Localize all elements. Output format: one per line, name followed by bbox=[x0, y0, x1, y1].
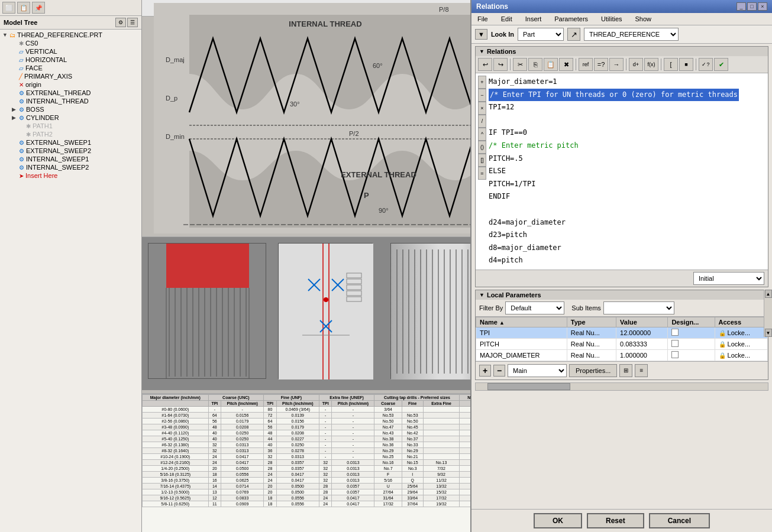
paste-btn[interactable]: 📋 bbox=[544, 58, 558, 71]
tree-item-path2[interactable]: ✱ PATH2 bbox=[0, 130, 141, 138]
matrix-btn[interactable]: ■ bbox=[679, 58, 693, 71]
delete-btn[interactable]: ✖ bbox=[559, 58, 573, 71]
col-value[interactable]: Value bbox=[616, 317, 668, 327]
tree-item-cs0[interactable]: ✱ CS0 bbox=[0, 39, 141, 47]
tree-label-path1: PATH1 bbox=[33, 122, 53, 129]
tree-item-ext-thread[interactable]: ⚙ EXTRENAL_THREAD bbox=[0, 89, 141, 97]
cancel-btn[interactable]: Cancel bbox=[649, 513, 710, 528]
tree-item-int-sweep1[interactable]: ⚙ INTERNAL_SWEEP1 bbox=[0, 155, 141, 163]
col-type[interactable]: Type bbox=[567, 317, 616, 327]
func-btn[interactable]: f(x) bbox=[644, 58, 658, 71]
ed-text-15: d4=pitch bbox=[489, 254, 523, 267]
tree-item-int-thread[interactable]: ⚙ INTERNAL_THREAD bbox=[0, 97, 141, 105]
design-check-major[interactable] bbox=[671, 351, 679, 358]
arrow-btn[interactable]: → bbox=[609, 58, 624, 71]
equals-btn[interactable]: =? bbox=[594, 58, 608, 71]
look-in-select[interactable]: Part Assembly Feature bbox=[518, 28, 564, 41]
menu-insert[interactable]: Insert bbox=[522, 14, 545, 24]
list-btn[interactable]: ≡ bbox=[635, 364, 648, 377]
add-param-btn[interactable]: + bbox=[479, 365, 491, 377]
menu-parameters[interactable]: Parameters bbox=[551, 14, 592, 24]
pointer-btn[interactable]: ↗ bbox=[567, 28, 580, 41]
col-design[interactable]: Design... bbox=[668, 317, 715, 327]
toolbar-icon-1[interactable]: ⬜ bbox=[2, 2, 15, 14]
tree-item-boss[interactable]: ▶ ⚙ BOSS bbox=[0, 105, 141, 113]
tree-item-insert-here[interactable]: ➤ Insert Here bbox=[0, 171, 141, 180]
part-name-select[interactable]: THREAD_REFERENCE bbox=[584, 28, 679, 41]
ctrl-eq[interactable]: = bbox=[478, 167, 486, 180]
col-access[interactable]: Access bbox=[715, 317, 768, 327]
editor-area: + − × / ^ () [] = Major_diameter=1 /* En… bbox=[478, 76, 765, 267]
angle-90-label: 90° bbox=[379, 207, 389, 214]
tree-item-vertical[interactable]: ▱ VERTICAL bbox=[0, 47, 141, 56]
cut-btn[interactable]: ✂ bbox=[513, 58, 527, 71]
undo-btn[interactable]: ↩ bbox=[478, 58, 492, 71]
ctrl-brackets[interactable]: [] bbox=[478, 154, 486, 167]
param-design-major bbox=[668, 349, 715, 361]
tree-item-int-sweep2[interactable]: ⚙ INTERNAL_SWEEP2 bbox=[0, 163, 141, 171]
copy-btn[interactable]: ⎘ bbox=[528, 58, 542, 71]
toolbar-icon-2[interactable]: 📋 bbox=[17, 2, 30, 14]
maximize-btn[interactable]: □ bbox=[747, 2, 757, 11]
ok-btn[interactable]: OK bbox=[534, 513, 582, 528]
ok2-btn[interactable]: ✔ bbox=[714, 58, 728, 71]
section-arrow: ▼ bbox=[479, 48, 484, 54]
menu-show[interactable]: Show bbox=[632, 14, 655, 24]
local-params-header[interactable]: ▼ Local Parameters bbox=[476, 290, 768, 300]
remove-param-btn[interactable]: − bbox=[493, 365, 505, 377]
external-thread-label: EXTERNAL THREAD bbox=[341, 170, 416, 179]
initial-select[interactable]: Initial After Regen Before Regen bbox=[693, 272, 764, 285]
menu-file[interactable]: File bbox=[474, 14, 492, 24]
close-btn[interactable]: × bbox=[758, 2, 767, 11]
tree-settings-btn[interactable]: ⚙ bbox=[115, 18, 126, 27]
design-check-pitch[interactable] bbox=[671, 340, 679, 347]
menu-utilities[interactable]: Utilities bbox=[597, 14, 625, 24]
tree-item-face[interactable]: ▱ FACE bbox=[0, 64, 141, 72]
menu-edit[interactable]: Edit bbox=[498, 14, 516, 24]
properties-btn[interactable]: Properties... bbox=[569, 364, 617, 377]
redo-btn[interactable]: ↪ bbox=[493, 58, 508, 71]
param-row-major-dia[interactable]: MAJOR_DIAMETER Real Nu... 1.000000 🔒 Loc… bbox=[476, 349, 768, 361]
tree-item-path1[interactable]: ✱ PATH1 bbox=[0, 122, 141, 130]
plus-btn[interactable]: d+ bbox=[629, 58, 643, 71]
tree-item-ext-sweep2[interactable]: ⚙ EXTERNAL_SWEEP2 bbox=[0, 147, 141, 155]
angle-30-label: 30° bbox=[290, 100, 300, 108]
ctrl-parens[interactable]: () bbox=[478, 141, 486, 154]
minimize-btn[interactable]: _ bbox=[737, 2, 746, 11]
param-row-pitch[interactable]: PITCH Real Nu... 0.083333 🔒 Locke... bbox=[476, 338, 768, 349]
tree-item-origin[interactable]: ✕ origin bbox=[0, 80, 141, 89]
model-tree-title: Model Tree bbox=[4, 19, 37, 26]
tree-item-ext-sweep1[interactable]: ⚙ EXTERNAL_SWEEP1 bbox=[0, 138, 141, 147]
toolbar-icon-3[interactable]: 📌 bbox=[32, 2, 45, 14]
grid-btn[interactable]: ⊞ bbox=[619, 364, 632, 377]
ctrl-x[interactable]: × bbox=[478, 102, 486, 115]
tree-item-primary-axis[interactable]: ╱ PRIMARY_AXIS bbox=[0, 72, 141, 80]
ctrl-div[interactable]: / bbox=[478, 115, 486, 128]
sub-items-select[interactable] bbox=[603, 301, 674, 314]
relations-section-header[interactable]: ▼ Relations bbox=[476, 47, 768, 56]
col-name[interactable]: Name ▲ bbox=[476, 317, 567, 327]
bracket-l-btn[interactable]: [ bbox=[664, 58, 678, 71]
horizontal-scrollbar[interactable] bbox=[475, 382, 768, 391]
scroll-down-btn[interactable]: ▼ bbox=[765, 329, 772, 337]
ctrl-minus[interactable]: − bbox=[478, 89, 486, 102]
tree-item-thread-ref[interactable]: ▼ 🗂 THREAD_REFERENCE.PRT bbox=[0, 31, 141, 39]
design-check-tpi[interactable] bbox=[671, 329, 679, 336]
filter-select[interactable]: Default All Custom bbox=[505, 301, 564, 314]
tree-item-cylinder[interactable]: ▶ ⚙ CYLINDER bbox=[0, 113, 141, 122]
sub-items-label: Sub Items bbox=[571, 304, 601, 312]
param-design-pitch bbox=[668, 338, 715, 349]
ref-btn[interactable]: ref bbox=[579, 58, 593, 71]
scroll-up-btn[interactable]: ▲ bbox=[765, 290, 772, 298]
ctrl-plus[interactable]: + bbox=[478, 76, 486, 89]
param-type-major: Real Nu... bbox=[567, 349, 616, 361]
main-select[interactable]: Main bbox=[508, 364, 567, 377]
ctrl-caret[interactable]: ^ bbox=[478, 128, 486, 141]
editor-controls: + − × / ^ () [] = bbox=[478, 76, 486, 267]
tree-item-horizontal[interactable]: ▱ HORIZONTAL bbox=[0, 56, 141, 64]
param-row-tpi[interactable]: TPI Real Nu... 12.000000 🔒 Locke... bbox=[476, 327, 768, 338]
verify-btn[interactable]: ✓? bbox=[699, 58, 713, 71]
tree-options-btn[interactable]: ☰ bbox=[127, 18, 138, 27]
reset-btn[interactable]: Reset bbox=[587, 513, 644, 528]
ed-line-8: ELSE bbox=[489, 165, 765, 178]
